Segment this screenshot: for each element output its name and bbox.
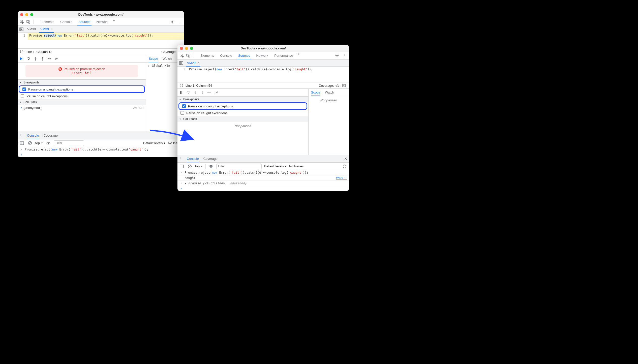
tab-performance[interactable]: Performance	[271, 52, 296, 59]
tab-sources[interactable]: Sources	[75, 18, 94, 25]
watch-tab[interactable]: Watch	[163, 57, 172, 60]
source-map-icon[interactable]	[341, 83, 347, 88]
log-levels[interactable]: Default levels ▾	[143, 141, 166, 145]
kebab-menu-icon[interactable]: ⋮	[177, 19, 183, 25]
drawer-tab-coverage[interactable]: Coverage	[44, 132, 58, 139]
filter-input[interactable]	[54, 140, 84, 146]
tab-console[interactable]: Console	[57, 18, 75, 25]
braces-icon[interactable]: { }	[179, 83, 184, 87]
drawer-tab-console[interactable]: Console	[187, 155, 199, 162]
drawer-tab-coverage[interactable]: Coverage	[203, 155, 218, 162]
drawer-tab-console[interactable]: Console	[27, 132, 39, 139]
output-chevron-icon: ‹	[179, 181, 183, 185]
stack-frame[interactable]: ➔ (anonymous) VM39:1	[18, 105, 146, 110]
step-over-icon[interactable]	[26, 56, 31, 61]
close-tab-icon[interactable]: ✕	[50, 27, 53, 31]
svg-point-18	[48, 143, 49, 144]
drawer-kebab-icon[interactable]: ⋮	[19, 134, 22, 137]
breakpoints-header[interactable]: Breakpoints	[177, 96, 308, 102]
inspect-icon[interactable]	[179, 53, 185, 58]
svg-rect-34	[180, 165, 184, 168]
scope-tab[interactable]: Scope	[311, 90, 320, 94]
console-sidebar-toggle-icon[interactable]	[19, 140, 25, 146]
braces-icon[interactable]: { }	[20, 50, 24, 54]
traffic-lights	[20, 13, 33, 16]
file-tab-vm39[interactable]: VM39 ✕	[39, 26, 54, 33]
pause-caught-row[interactable]: Pause on caught exceptions	[18, 93, 146, 99]
pause-icon[interactable]	[179, 90, 184, 95]
settings-gear-icon[interactable]	[169, 19, 175, 25]
navigator-toggle-icon[interactable]	[179, 61, 184, 65]
filter-input[interactable]	[216, 164, 262, 169]
svg-rect-27	[180, 91, 181, 94]
live-expression-icon[interactable]	[208, 164, 214, 169]
code-editor[interactable]: 1 Promise.reject(new Error('fail')).catc…	[177, 67, 349, 74]
deactivate-breakpoints-icon[interactable]	[214, 90, 219, 95]
settings-gear-icon[interactable]	[334, 53, 340, 58]
file-tabs: VM29 ✕	[177, 59, 349, 67]
callstack-header[interactable]: Call Stack	[18, 99, 146, 105]
console-log-line: caught	[185, 176, 335, 180]
close-tab-icon[interactable]: ✕	[197, 61, 199, 65]
pause-caught-checkbox[interactable]	[21, 94, 24, 98]
highlight-ring: Pause on uncaught exceptions	[19, 85, 145, 93]
close-icon[interactable]	[20, 13, 23, 16]
more-tabs-icon[interactable]: »	[296, 52, 301, 59]
context-selector[interactable]: top ▼	[195, 164, 203, 168]
drawer-close-icon[interactable]: ✕	[344, 157, 347, 161]
console-sidebar-toggle-icon[interactable]	[179, 164, 185, 169]
step-out-icon[interactable]	[40, 56, 45, 61]
log-levels[interactable]: Default levels ▾	[264, 164, 287, 168]
watch-tab[interactable]: Watch	[325, 90, 334, 94]
file-tab-vm29[interactable]: VM29 ✕	[186, 59, 200, 66]
scope-pane: Scope Watch Not paused	[309, 89, 349, 155]
console-body[interactable]: › Promise.reject(new Error('fail')).catc…	[18, 147, 184, 157]
issues-button[interactable]: No Issues	[289, 164, 304, 168]
close-icon[interactable]	[180, 47, 183, 50]
device-toggle-icon[interactable]	[186, 53, 191, 58]
kebab-menu-icon[interactable]: ⋮	[342, 53, 347, 58]
pause-uncaught-checkbox[interactable]	[22, 87, 26, 91]
drawer-kebab-icon[interactable]: ⋮	[179, 157, 182, 161]
scope-tab[interactable]: Scope	[149, 57, 158, 60]
navigator-toggle-icon[interactable]	[19, 27, 24, 31]
zoom-icon[interactable]	[30, 13, 33, 16]
source-link[interactable]: VM29:1	[336, 176, 347, 180]
tab-network[interactable]: Network	[253, 52, 271, 59]
pause-caught-checkbox[interactable]	[180, 111, 184, 115]
file-tab-vm30[interactable]: VM30	[26, 26, 37, 33]
breakpoints-header[interactable]: Breakpoints	[18, 79, 146, 85]
svg-point-10	[48, 58, 49, 59]
tab-elements[interactable]: Elements	[38, 18, 57, 25]
inspect-icon[interactable]	[19, 19, 25, 25]
clear-console-icon[interactable]	[27, 140, 33, 146]
tab-console[interactable]: Console	[217, 52, 235, 59]
pause-uncaught-row[interactable]: Pause on uncaught exceptions	[19, 86, 144, 92]
console-body[interactable]: › Promise.reject(new Error('fail')).catc…	[177, 170, 349, 191]
step-into-icon[interactable]	[33, 56, 38, 61]
pause-uncaught-checkbox[interactable]	[182, 104, 186, 108]
deactivate-breakpoints-icon[interactable]	[54, 56, 59, 61]
zoom-icon[interactable]	[190, 47, 193, 50]
svg-line-37	[189, 165, 191, 168]
resume-icon[interactable]	[19, 56, 24, 61]
step-icon[interactable]	[47, 56, 52, 61]
minimize-icon[interactable]	[185, 47, 188, 50]
code-editor[interactable]: 1 Promise.reject(new Error('fail')).catc…	[18, 33, 184, 40]
svg-point-7	[28, 59, 29, 60]
callstack-header[interactable]: Call Stack	[177, 116, 308, 122]
minimize-icon[interactable]	[25, 13, 28, 16]
context-selector[interactable]: top ▼	[35, 141, 43, 145]
clear-console-icon[interactable]	[187, 164, 193, 169]
more-tabs-icon[interactable]: »	[111, 18, 116, 25]
live-expression-icon[interactable]	[46, 140, 51, 146]
tab-sources[interactable]: Sources	[235, 52, 253, 59]
panel-tabs: Elements Console Sources Network »	[38, 18, 116, 25]
tab-network[interactable]: Network	[94, 18, 112, 25]
device-toggle-icon[interactable]	[26, 19, 31, 25]
pause-caught-row[interactable]: Pause on caught exceptions	[177, 110, 308, 116]
pause-uncaught-row[interactable]: Pause on uncaught exceptions	[179, 103, 307, 109]
console-settings-gear-icon[interactable]	[342, 164, 347, 169]
console-return-line[interactable]: ▸ Promise {<fulfilled>: undefined}	[185, 181, 347, 185]
tab-elements[interactable]: Elements	[197, 52, 217, 59]
